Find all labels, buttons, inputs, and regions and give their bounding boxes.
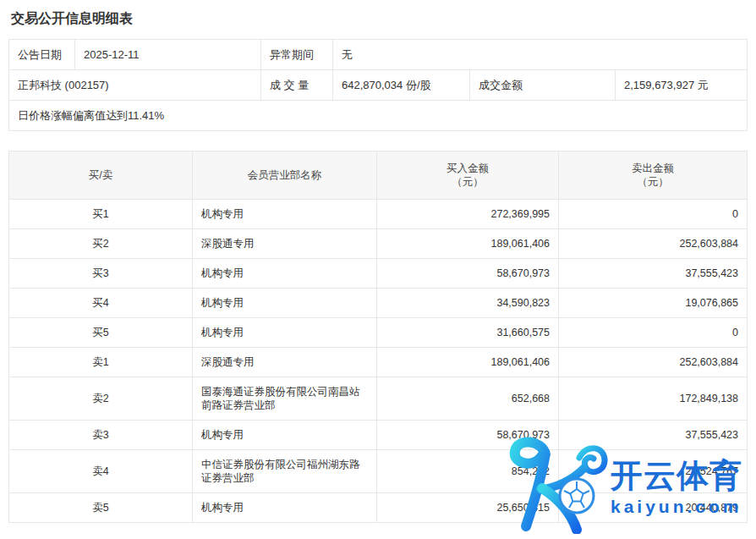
sell-amount-title: 卖出金额 — [567, 162, 738, 175]
member-name-cell: 深股通专用 — [193, 348, 377, 377]
buy-sell-cell: 卖3 — [9, 421, 193, 450]
buy-amount-cell: 272,369,995 — [377, 200, 559, 229]
buy-sell-cell: 卖2 — [9, 377, 193, 421]
buy-amount-cell: 189,061,406 — [377, 229, 559, 259]
sell-amount-cell: 21,524,767 — [559, 450, 748, 493]
col-header-sell-amount: 卖出金额 （元） — [559, 151, 748, 200]
sell-amount-cell: 20,440,879 — [559, 493, 748, 523]
buy-amount-cell: 652,668 — [377, 377, 559, 421]
trade-disclosure-page: 交易公开信息明细表 公告日期 2025-12-11 异常期间 无 正邦科技 (0… — [0, 0, 756, 539]
buy-sell-cell: 卖4 — [9, 450, 193, 493]
table-row: 卖4 中信证券股份有限公司福州湖东路证券营业部 854,212 21,524,7… — [9, 450, 748, 493]
buy-sell-cell: 买1 — [9, 200, 193, 229]
turnover-label: 成交金额 — [470, 70, 616, 101]
member-name-cell: 机构专用 — [193, 493, 377, 523]
member-name-cell: 中信证券股份有限公司福州湖东路证券营业部 — [193, 450, 377, 493]
table-row: 买5 机构专用 31,660,575 0 — [9, 318, 748, 348]
info-row-stock: 正邦科技 (002157) 成 交 量 642,870,034 份/股 成交金额… — [9, 70, 748, 101]
sell-amount-cell: 252,603,884 — [559, 229, 748, 259]
volume-value: 642,870,034 份/股 — [333, 70, 470, 101]
buy-amount-cell: 34,590,823 — [377, 289, 559, 318]
table-row: 卖2 国泰海通证券股份有限公司南昌站前路证券营业部 652,668 172,84… — [9, 377, 748, 421]
buy-sell-cell: 卖1 — [9, 348, 193, 377]
member-name-cell: 机构专用 — [193, 289, 377, 318]
buy-amount-cell: 58,670,973 — [377, 259, 559, 289]
table-row: 买3 机构专用 58,670,973 37,555,423 — [9, 259, 748, 289]
sell-amount-cell: 172,849,138 — [559, 377, 748, 421]
announce-date-value: 2025-12-11 — [75, 40, 261, 70]
buy-amount-title: 买入金额 — [386, 162, 550, 175]
stock-name-code: 正邦科技 (002157) — [9, 70, 261, 101]
abnormal-period-value: 无 — [333, 40, 748, 70]
sell-amount-cell: 252,603,884 — [559, 348, 748, 377]
buy-amount-cell: 31,660,575 — [377, 318, 559, 348]
member-name-cell: 深股通专用 — [193, 229, 377, 259]
col-header-buy-amount: 买入金额 （元） — [377, 151, 559, 200]
buy-amount-cell: 189,061,406 — [377, 348, 559, 377]
sell-amount-cell: 0 — [559, 200, 748, 229]
buy-amount-cell: 854,212 — [377, 450, 559, 493]
buy-amount-cell: 25,650,415 — [377, 493, 559, 523]
buy-sell-cell: 买3 — [9, 259, 193, 289]
member-name-cell: 机构专用 — [193, 259, 377, 289]
member-name-cell: 机构专用 — [193, 318, 377, 348]
page-title: 交易公开信息明细表 — [0, 0, 756, 39]
buy-sell-cell: 买5 — [9, 318, 193, 348]
table-row: 卖3 机构专用 58,670,973 37,555,423 — [9, 421, 748, 450]
abnormal-period-label: 异常期间 — [261, 40, 333, 70]
col-header-buy-sell: 买/卖 — [9, 151, 193, 200]
announce-date-label: 公告日期 — [9, 40, 75, 70]
summary-info-table: 公告日期 2025-12-11 异常期间 无 正邦科技 (002157) 成 交… — [8, 39, 748, 131]
table-row: 买2 深股通专用 189,061,406 252,603,884 — [9, 229, 748, 259]
sell-amount-cell: 0 — [559, 318, 748, 348]
table-header-row: 买/卖 会员营业部名称 买入金额 （元） 卖出金额 （元） — [9, 151, 748, 200]
sell-amount-cell: 19,076,865 — [559, 289, 748, 318]
member-name-cell: 国泰海通证券股份有限公司南昌站前路证券营业部 — [193, 377, 377, 421]
member-name-cell: 机构专用 — [193, 200, 377, 229]
table-row: 买4 机构专用 34,590,823 19,076,865 — [9, 289, 748, 318]
buy-sell-cell: 买2 — [9, 229, 193, 259]
sell-amount-cell: 37,555,423 — [559, 259, 748, 289]
member-name-cell: 机构专用 — [193, 421, 377, 450]
turnover-value: 2,159,673,927 元 — [616, 70, 748, 101]
volume-label: 成 交 量 — [261, 70, 333, 101]
buy-sell-cell: 卖5 — [9, 493, 193, 523]
buy-sell-cell: 买4 — [9, 289, 193, 318]
buy-amount-unit: （元） — [386, 175, 550, 189]
deviation-note: 日价格涨幅偏离值达到11.41% — [9, 101, 748, 131]
table-row: 卖5 机构专用 25,650,415 20,440,879 — [9, 493, 748, 523]
trade-detail-table: 买/卖 会员营业部名称 买入金额 （元） 卖出金额 （元） 买1 机构专用 27… — [8, 151, 748, 523]
info-row-note: 日价格涨幅偏离值达到11.41% — [9, 101, 748, 131]
info-row-date: 公告日期 2025-12-11 异常期间 无 — [9, 40, 748, 70]
table-row: 卖1 深股通专用 189,061,406 252,603,884 — [9, 348, 748, 377]
sell-amount-unit: （元） — [567, 175, 738, 189]
buy-amount-cell: 58,670,973 — [377, 421, 559, 450]
table-row: 买1 机构专用 272,369,995 0 — [9, 200, 748, 229]
sell-amount-cell: 37,555,423 — [559, 421, 748, 450]
col-header-member: 会员营业部名称 — [193, 151, 377, 200]
